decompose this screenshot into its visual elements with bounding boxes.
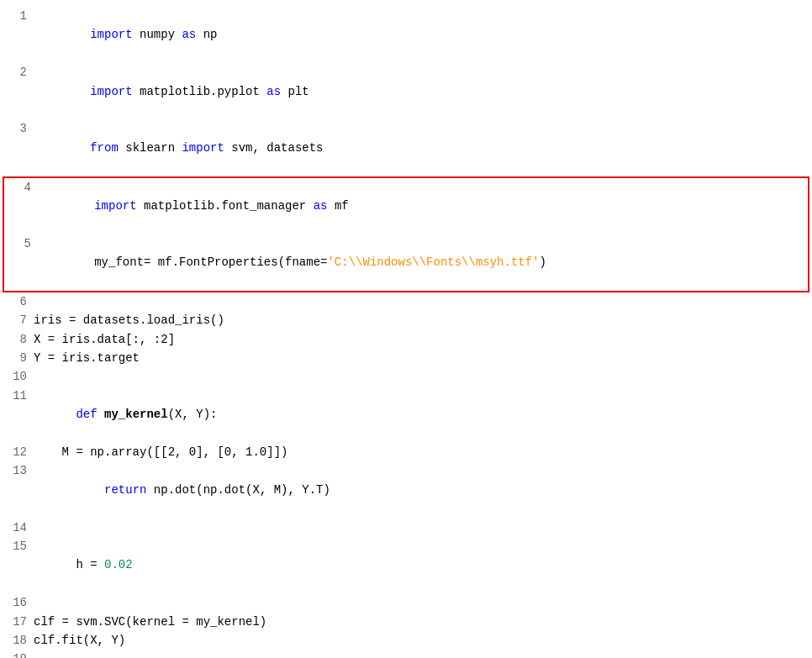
string-literal: 'C:\\Windows\\Fonts\\msyh.ttf' — [327, 255, 539, 269]
keyword: as — [182, 28, 196, 41]
code-line: 1 import numpy as np — [0, 7, 812, 63]
keyword: import — [182, 141, 224, 155]
function-name: my_kernel — [104, 408, 168, 421]
keyword: return — [104, 483, 146, 497]
code-line: 4 import matplotlib.font_manager as mf — [4, 178, 808, 234]
keyword: import — [94, 199, 136, 213]
code-editor: 1 import numpy as np 2 import matplotlib… — [0, 0, 812, 658]
keyword: as — [266, 85, 281, 98]
code-line: 16 — [0, 593, 812, 612]
code-line: 9 Y = iris.target — [0, 349, 812, 367]
code-line: 12 M = np.array([[2, 0], [0, 1.0]]) — [0, 443, 812, 461]
keyword: import — [90, 28, 132, 41]
code-line: 14 — [0, 519, 812, 537]
code-line: 5 my_font= mf.FontProperties(fname='C:\\… — [4, 234, 808, 291]
code-line: 2 import matplotlib.pyplot as plt — [0, 63, 812, 119]
keyword: def — [76, 408, 104, 421]
code-lines-1-3: 1 import numpy as np 2 import matplotlib… — [0, 7, 812, 176]
keyword: from — [90, 141, 119, 155]
keyword: import — [90, 85, 132, 98]
number-literal: 0.02 — [104, 558, 133, 571]
code-line: 18 clf.fit(X, Y) — [0, 631, 812, 650]
code-line: 13 return np.dot(np.dot(X, M), Y.T) — [0, 461, 812, 518]
code-line: 7 iris = datasets.load_iris() — [0, 311, 812, 329]
code-line: 11 def my_kernel(X, Y): — [0, 387, 812, 443]
code-line: 19 — [0, 650, 812, 658]
code-line: 6 — [0, 292, 812, 311]
keyword: as — [314, 199, 328, 213]
code-line: 17 clf = svm.SVC(kernel = my_kernel) — [0, 613, 812, 631]
highlight-box-lines-4-5: 4 import matplotlib.font_manager as mf 5… — [3, 176, 809, 292]
code-line: 3 from sklearn import svm, datasets — [0, 119, 812, 176]
code-line: 10 — [0, 367, 812, 386]
code-line: 15 h = 0.02 — [0, 537, 812, 593]
code-line: 8 X = iris.data[:, :2] — [0, 330, 812, 349]
